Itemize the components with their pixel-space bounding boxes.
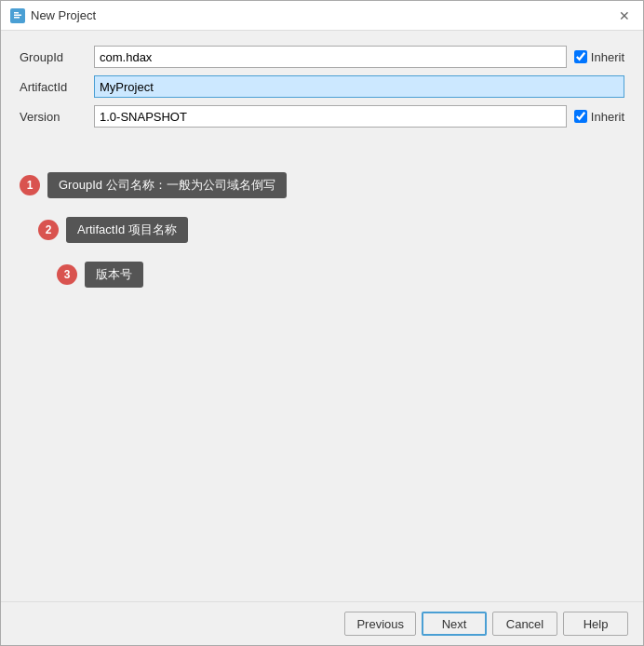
annotation-badge-1: 1 [20, 175, 40, 195]
version-inherit: Inherit [574, 110, 624, 124]
groupid-label: GroupId [20, 50, 94, 64]
svg-rect-1 [14, 12, 19, 14]
form-section: GroupId Inherit ArtifactId Version Inher… [20, 46, 624, 135]
close-button[interactable]: ✕ [615, 7, 634, 25]
annotations-section: 1 GroupId 公司名称：一般为公司域名倒写 2 ArtifactId 项目… [20, 172, 624, 288]
annotation-item-1: 1 GroupId 公司名称：一般为公司域名倒写 [20, 172, 624, 198]
title-bar: New Project ✕ [1, 1, 643, 31]
new-project-dialog: New Project ✕ GroupId Inherit ArtifactId [0, 0, 644, 646]
help-button[interactable]: Help [563, 612, 628, 636]
groupid-row: GroupId Inherit [20, 46, 624, 68]
version-inherit-label: Inherit [591, 110, 624, 124]
artifactid-label: ArtifactId [20, 80, 94, 94]
svg-rect-3 [14, 17, 20, 19]
dialog-content: GroupId Inherit ArtifactId Version Inher… [1, 31, 643, 601]
annotation-text-1: GroupId 公司名称：一般为公司域名倒写 [47, 172, 287, 198]
groupid-input[interactable] [94, 46, 567, 68]
cancel-button[interactable]: Cancel [492, 612, 557, 636]
annotation-text-2: ArtifactId 项目名称 [66, 217, 188, 243]
artifactid-row: ArtifactId [20, 75, 624, 98]
annotation-badge-2: 2 [38, 220, 59, 240]
title-bar-left: New Project [10, 8, 96, 23]
svg-rect-2 [14, 14, 21, 16]
annotation-badge-3: 3 [57, 264, 77, 285]
groupid-inherit-label: Inherit [591, 50, 624, 64]
groupid-inherit-checkbox[interactable] [574, 50, 587, 63]
annotation-item-2: 2 ArtifactId 项目名称 [38, 217, 624, 243]
dialog-title: New Project [31, 8, 96, 22]
dialog-footer: Previous Next Cancel Help [1, 601, 643, 645]
version-input[interactable] [94, 105, 567, 128]
annotation-text-3: 版本号 [85, 262, 143, 288]
version-row: Version Inherit [20, 105, 624, 128]
version-inherit-checkbox[interactable] [574, 110, 587, 123]
previous-button[interactable]: Previous [344, 612, 416, 636]
dialog-icon [10, 8, 25, 23]
artifactid-input[interactable] [94, 75, 624, 98]
version-label: Version [20, 110, 94, 124]
next-button[interactable]: Next [422, 612, 487, 636]
groupid-inherit: Inherit [574, 50, 624, 64]
annotation-item-3: 3 版本号 [57, 262, 624, 288]
